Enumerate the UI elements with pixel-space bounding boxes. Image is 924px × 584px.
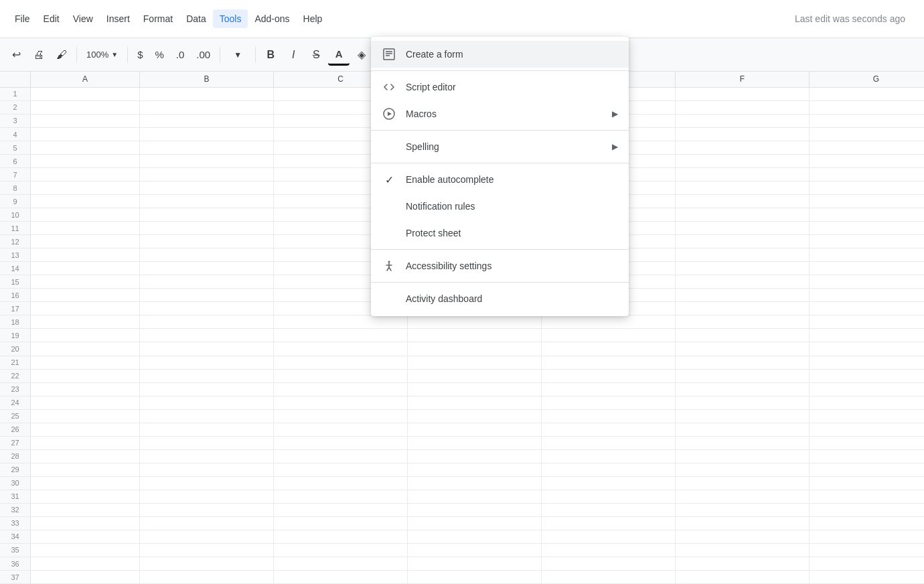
grid-cell[interactable] [140, 155, 274, 167]
grid-cell[interactable] [810, 423, 924, 436]
grid-cell[interactable] [31, 530, 140, 543]
grid-cell[interactable] [676, 195, 810, 208]
grid-cell[interactable] [140, 356, 274, 369]
grid-cell[interactable] [810, 168, 924, 181]
grid-cell[interactable] [676, 477, 810, 490]
menubar-insert[interactable]: Insert [100, 9, 137, 28]
grid-cell[interactable] [140, 423, 274, 436]
grid-cell[interactable] [31, 504, 140, 516]
grid-cell[interactable] [140, 141, 274, 154]
grid-cell[interactable] [810, 477, 924, 490]
grid-cell[interactable] [676, 490, 810, 503]
grid-cell[interactable] [408, 396, 542, 409]
grid-cell[interactable] [408, 450, 542, 463]
grid-cell[interactable] [274, 557, 408, 570]
grid-cell[interactable] [408, 571, 542, 583]
grid-cell[interactable] [31, 557, 140, 570]
grid-cell[interactable] [542, 490, 676, 503]
grid-cell[interactable] [676, 370, 810, 382]
grid-cell[interactable] [676, 115, 810, 127]
grid-cell[interactable] [31, 370, 140, 382]
grid-cell[interactable] [810, 463, 924, 476]
grid-cell[interactable] [140, 248, 274, 261]
menu-item-protect-sheet[interactable]: Protect sheet [371, 220, 629, 246]
grid-cell[interactable] [31, 88, 140, 100]
grid-cell[interactable] [31, 289, 140, 301]
grid-cell[interactable] [408, 544, 542, 557]
grid-cell[interactable] [274, 530, 408, 543]
grid-cell[interactable] [408, 477, 542, 490]
grid-cell[interactable] [676, 557, 810, 570]
grid-cell[interactable] [542, 544, 676, 557]
grid-cell[interactable] [810, 275, 924, 288]
grid-cell[interactable] [31, 128, 140, 141]
grid-cell[interactable] [274, 437, 408, 449]
grid-cell[interactable] [274, 504, 408, 516]
grid-cell[interactable] [810, 128, 924, 141]
grid-cell[interactable] [31, 396, 140, 409]
grid-cell[interactable] [274, 329, 408, 342]
grid-cell[interactable] [542, 463, 676, 476]
decimal-increase-button[interactable]: .00 [191, 46, 216, 63]
grid-cell[interactable] [676, 235, 810, 248]
grid-cell[interactable] [408, 423, 542, 436]
menubar-file[interactable]: File [8, 9, 37, 28]
grid-cell[interactable] [810, 235, 924, 248]
grid-cell[interactable] [676, 530, 810, 543]
grid-cell[interactable] [408, 383, 542, 396]
grid-cell[interactable] [140, 235, 274, 248]
italic-button[interactable]: I [283, 44, 304, 66]
menubar-addons[interactable]: Add-ons [248, 9, 296, 28]
grid-cell[interactable] [810, 88, 924, 100]
grid-cell[interactable] [408, 315, 542, 328]
grid-cell[interactable] [676, 141, 810, 154]
bold-button[interactable]: B [260, 44, 281, 66]
menu-item-create-form[interactable]: Create a form [371, 41, 629, 68]
grid-cell[interactable] [140, 490, 274, 503]
grid-cell[interactable] [542, 342, 676, 355]
grid-cell[interactable] [31, 141, 140, 154]
grid-cell[interactable] [676, 571, 810, 583]
grid-cell[interactable] [140, 208, 274, 221]
menu-item-notification-rules[interactable]: Notification rules [371, 193, 629, 220]
grid-cell[interactable] [810, 289, 924, 301]
grid-cell[interactable] [31, 155, 140, 167]
grid-cell[interactable] [676, 396, 810, 409]
grid-cell[interactable] [810, 450, 924, 463]
grid-cell[interactable] [31, 571, 140, 583]
grid-cell[interactable] [140, 437, 274, 449]
grid-cell[interactable] [542, 396, 676, 409]
grid-cell[interactable] [810, 302, 924, 315]
grid-cell[interactable] [676, 101, 810, 114]
grid-cell[interactable] [542, 423, 676, 436]
grid-cell[interactable] [408, 329, 542, 342]
grid-cell[interactable] [274, 342, 408, 355]
grid-cell[interactable] [274, 463, 408, 476]
grid-cell[interactable] [542, 504, 676, 516]
grid-cell[interactable] [542, 450, 676, 463]
grid-cell[interactable] [676, 88, 810, 100]
grid-cell[interactable] [676, 181, 810, 194]
grid-cell[interactable] [140, 302, 274, 315]
grid-cell[interactable] [810, 370, 924, 382]
grid-cell[interactable] [408, 370, 542, 382]
grid-cell[interactable] [676, 342, 810, 355]
grid-cell[interactable] [810, 222, 924, 234]
grid-cell[interactable] [810, 195, 924, 208]
grid-cell[interactable] [542, 437, 676, 449]
grid-cell[interactable] [542, 315, 676, 328]
grid-cell[interactable] [140, 383, 274, 396]
grid-cell[interactable] [274, 477, 408, 490]
grid-cell[interactable] [140, 410, 274, 423]
grid-cell[interactable] [140, 168, 274, 181]
menubar-format[interactable]: Format [137, 9, 179, 28]
undo-button[interactable]: ↩ [5, 44, 27, 66]
grid-cell[interactable] [31, 410, 140, 423]
zoom-selector[interactable]: 100% ▼ [81, 47, 123, 62]
menubar-data[interactable]: Data [179, 9, 213, 28]
grid-cell[interactable] [676, 155, 810, 167]
paint-format-button[interactable]: 🖌 [51, 44, 72, 66]
grid-cell[interactable] [810, 329, 924, 342]
grid-cell[interactable] [810, 181, 924, 194]
grid-cell[interactable] [542, 571, 676, 583]
